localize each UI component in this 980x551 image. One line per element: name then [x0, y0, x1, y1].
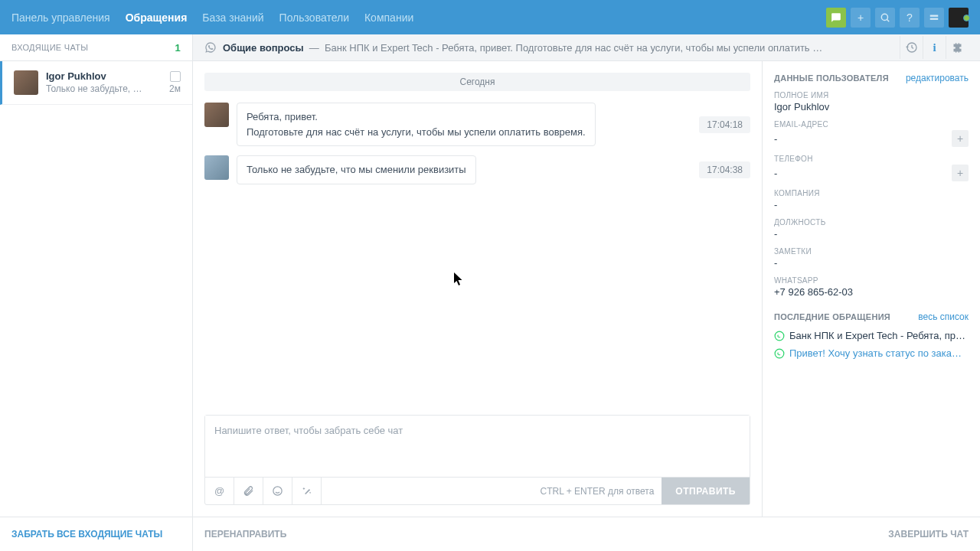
notes-value: - [774, 257, 969, 269]
chat-footer: ПЕРЕНАПРАВИТЬ ЗАВЕРШИТЬ ЧАТ [193, 517, 980, 551]
send-hint: CTRL + ENTER для ответа [540, 486, 662, 497]
user-avatar[interactable] [949, 8, 969, 28]
whatsapp-icon [204, 41, 217, 54]
search-icon[interactable] [875, 8, 895, 28]
whatsapp-icon [774, 331, 785, 341]
nav-companies[interactable]: Компании [364, 11, 413, 24]
svg-point-0 [881, 14, 887, 20]
chat-list-item[interactable]: Igor Pukhlov Только не забудьте, чт… 2м [0, 61, 192, 105]
field-label: КОМПАНИЯ [774, 189, 969, 197]
send-button[interactable]: ОТПРАВИТЬ [662, 478, 750, 504]
all-tickets-link[interactable]: весь список [918, 311, 969, 322]
reply-input[interactable] [205, 416, 750, 477]
recent-ticket[interactable]: Привет! Хочу узнать статус по зака… [774, 347, 969, 359]
message-bubble: Ребята, привет. Подготовьте для нас счёт… [237, 103, 596, 146]
recent-tickets-title: ПОСЛЕДНИЕ ОБРАЩЕНИЯ [774, 312, 890, 321]
field-label: ТЕЛЕФОН [774, 155, 969, 163]
svg-point-4 [775, 331, 784, 341]
chat-preview: Только не забудьте, чт… [46, 83, 145, 94]
cursor-icon [453, 272, 464, 286]
chat-content: Общие вопросы — Банк НПК и Expert Tech -… [193, 34, 980, 551]
svg-rect-2 [930, 18, 939, 19]
messages-area: Сегодня Ребята, привет. Подготовьте для … [193, 61, 762, 517]
chat-icon[interactable] [826, 8, 846, 28]
whatsapp-icon [774, 348, 785, 359]
mention-icon[interactable]: @ [205, 478, 234, 504]
main-nav: Панель управления Обращения База знаний … [11, 11, 413, 24]
svg-point-5 [775, 349, 784, 358]
take-all-chats-button[interactable]: ЗАБРАТЬ ВСЕ ВХОДЯЩИЕ ЧАТЫ [0, 517, 192, 551]
field-label: ДОЛЖНОСТЬ [774, 218, 969, 227]
contact-name: Igor Pukhlov [46, 70, 106, 82]
nav-dashboard[interactable]: Панель управления [11, 11, 110, 24]
incoming-count: 1 [175, 42, 181, 54]
redirect-button[interactable]: ПЕРЕНАПРАВИТЬ [204, 529, 286, 540]
message-time: 17:04:38 [699, 161, 750, 178]
message-avatar [204, 155, 229, 180]
field-label: ЗАМЕТКИ [774, 247, 969, 256]
chat-sidebar: ВХОДЯЩИЕ ЧАТЫ 1 Igor Pukhlov Только не з… [0, 34, 193, 551]
email-value: -+ [774, 130, 969, 147]
history-icon[interactable] [900, 36, 923, 59]
magic-icon[interactable] [292, 478, 322, 504]
position-value: - [774, 228, 969, 240]
compose-box: @ CTRL + ENTER для ответа ОТПРАВИТЬ [204, 415, 750, 505]
add-email-button[interactable]: + [952, 130, 969, 147]
message-row: Ребята, привет. Подготовьте для нас счёт… [204, 103, 750, 146]
phone-value: -+ [774, 165, 969, 181]
top-navbar: Панель управления Обращения База знаний … [0, 0, 980, 34]
chat-header: Общие вопросы — Банк НПК и Expert Tech -… [193, 34, 980, 61]
nav-kb[interactable]: База знаний [202, 11, 263, 24]
apps-icon[interactable] [924, 8, 944, 28]
chat-time: 2м [169, 83, 181, 94]
field-label: ПОЛНОЕ ИМЯ [774, 91, 969, 99]
help-icon[interactable]: ? [900, 8, 920, 28]
nav-users[interactable]: Пользователи [279, 11, 349, 24]
recent-ticket[interactable]: Банк НПК и Expert Tech - Ребята, пр… [774, 330, 969, 341]
user-info-panel: ДАННЫЕ ПОЛЬЗОВАТЕЛЯ редактировать ПОЛНОЕ… [762, 61, 980, 517]
field-label: WHATSAPP [774, 276, 969, 285]
svg-rect-1 [930, 15, 939, 16]
full-name-value: Igor Pukhlov [774, 101, 969, 112]
message-avatar [204, 103, 229, 127]
plugin-icon[interactable] [946, 36, 969, 59]
svg-point-3 [273, 487, 282, 495]
chat-subject: Общие вопросы — Банк НПК и Expert Tech -… [223, 42, 893, 54]
user-data-title: ДАННЫЕ ПОЛЬЗОВАТЕЛЯ [774, 73, 889, 83]
message-row: Только не забудьте, что мы сменили рекви… [204, 155, 750, 184]
company-value: - [774, 199, 969, 210]
end-chat-button[interactable]: ЗАВЕРШИТЬ ЧАТ [888, 529, 969, 540]
emoji-icon[interactable] [263, 478, 292, 504]
message-bubble: Только не забудьте, что мы сменили рекви… [237, 155, 476, 184]
select-checkbox[interactable] [170, 71, 181, 82]
edit-link[interactable]: редактировать [906, 73, 969, 83]
sidebar-header: ВХОДЯЩИЕ ЧАТЫ 1 [0, 34, 192, 61]
sidebar-title: ВХОДЯЩИЕ ЧАТЫ [11, 43, 88, 52]
nav-tickets[interactable]: Обращения [126, 11, 188, 24]
info-icon[interactable]: i [923, 36, 946, 59]
add-phone-button[interactable]: + [952, 165, 969, 181]
plus-icon[interactable]: + [851, 8, 871, 28]
date-separator: Сегодня [204, 73, 750, 91]
whatsapp-value: +7 926 865-62-03 [774, 286, 969, 298]
attachment-icon[interactable] [234, 478, 263, 504]
contact-avatar [14, 70, 38, 95]
message-time: 17:04:18 [699, 116, 750, 133]
field-label: EMAIL-АДРЕС [774, 120, 969, 129]
